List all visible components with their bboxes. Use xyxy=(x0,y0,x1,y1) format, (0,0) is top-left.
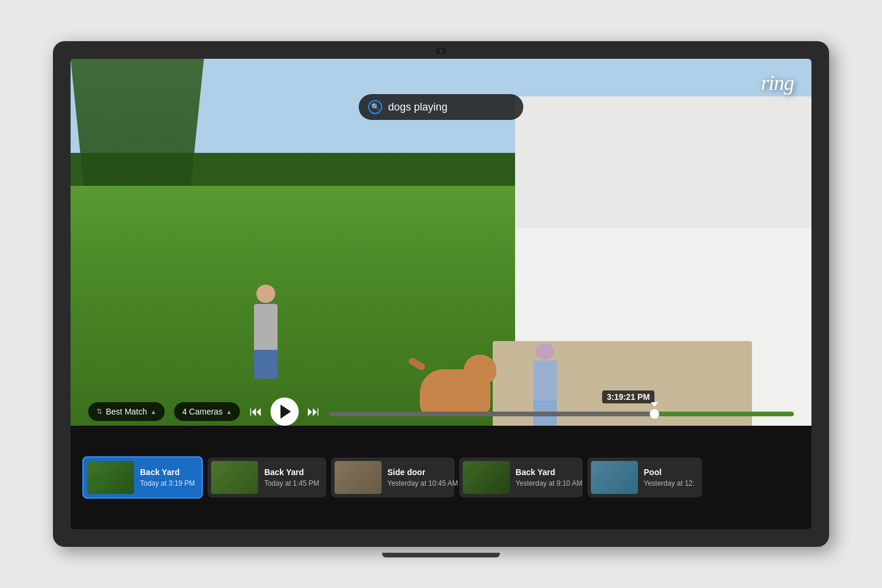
thumb-title-1: Back Yard xyxy=(140,467,195,477)
ring-logo: ring xyxy=(761,71,794,95)
sort-button[interactable]: ⇅ Best Match ▲ xyxy=(88,402,165,421)
person-legs xyxy=(254,350,278,379)
skip-prev-icon: ⏮ xyxy=(249,404,262,419)
sort-label: Best Match xyxy=(106,407,147,416)
thumb-time-1: Today at 3:19 PM xyxy=(140,479,195,487)
thumb-time-2: Today at 1:45 PM xyxy=(264,479,319,487)
cameras-label: 4 Cameras xyxy=(182,407,222,416)
person-body xyxy=(254,304,278,350)
thumb-img-2 xyxy=(211,461,258,494)
timeline-thumb[interactable] xyxy=(650,409,659,419)
thumb-info-4: Back Yard Yesterday at 9:10 AM xyxy=(516,467,583,487)
time-caret xyxy=(651,402,658,407)
person2-head xyxy=(536,343,554,359)
thumb-time-3: Yesterday at 10:45 AM xyxy=(387,479,458,487)
person-left xyxy=(248,285,283,379)
search-icon xyxy=(368,100,382,114)
thumb-info-1: Back Yard Today at 3:19 PM xyxy=(140,467,195,487)
thumb-item-3[interactable]: Side door Yesterday at 10:45 AM xyxy=(331,457,455,497)
timeline-progress xyxy=(329,412,654,416)
thumbnail-strip: Back Yard Today at 3:19 PM Back Yard Tod… xyxy=(71,426,811,529)
thumb-img-4 xyxy=(463,461,510,494)
person2-body xyxy=(533,360,557,400)
thumb-img-1 xyxy=(87,461,134,494)
thumb-img-3 xyxy=(335,461,382,494)
timeline-container[interactable]: 3:19:21 PM xyxy=(329,407,794,416)
timeline-track[interactable] xyxy=(329,412,794,416)
thumb-title-4: Back Yard xyxy=(516,467,583,477)
skip-next-button[interactable]: ⏭ xyxy=(307,404,320,419)
play-icon xyxy=(280,405,291,419)
video-area: ring dogs playing ⇅ Best Match ▲ 4 Camer… xyxy=(71,59,811,529)
sort-chevron: ▲ xyxy=(151,409,156,415)
search-bar[interactable]: dogs playing xyxy=(359,94,523,120)
person-head xyxy=(256,285,275,303)
thumb-info-5: Pool Yesterday at 12: xyxy=(644,467,694,487)
thumb-time-5: Yesterday at 12: xyxy=(644,479,694,487)
tv-frame: ring dogs playing ⇅ Best Match ▲ 4 Camer… xyxy=(53,41,829,547)
time-label: 3:19:21 PM xyxy=(602,390,654,403)
screen: ring dogs playing ⇅ Best Match ▲ 4 Camer… xyxy=(71,59,811,529)
playback-controls: ⏮ ⏭ xyxy=(249,397,320,426)
skip-next-icon: ⏭ xyxy=(307,404,320,419)
thumb-item-2[interactable]: Back Yard Today at 1:45 PM xyxy=(208,457,326,497)
thumb-title-3: Side door xyxy=(387,467,458,477)
thumb-title-5: Pool xyxy=(644,467,694,477)
search-query: dogs playing xyxy=(388,101,447,113)
cameras-button[interactable]: 4 Cameras ▲ xyxy=(174,402,240,421)
thumb-info-2: Back Yard Today at 1:45 PM xyxy=(264,467,319,487)
thumb-info-3: Side door Yesterday at 10:45 AM xyxy=(387,467,458,487)
thumb-img-5 xyxy=(591,461,638,494)
camera-indicator xyxy=(436,48,446,54)
thumb-item-4[interactable]: Back Yard Yesterday at 9:10 AM xyxy=(459,457,583,497)
thumb-item-5[interactable]: Pool Yesterday at 12: xyxy=(587,457,702,497)
cameras-chevron: ▲ xyxy=(226,409,232,415)
play-button[interactable] xyxy=(270,397,299,426)
thumb-item-1[interactable]: Back Yard Today at 3:19 PM xyxy=(82,456,203,499)
sort-icon: ⇅ xyxy=(96,407,102,416)
thumb-title-2: Back Yard xyxy=(264,467,319,477)
dog-head xyxy=(464,355,496,384)
controls-overlay: ⇅ Best Match ▲ 4 Cameras ▲ ⏮ ⏭ xyxy=(71,397,811,426)
thumb-time-4: Yesterday at 9:10 AM xyxy=(516,479,583,487)
skip-prev-button[interactable]: ⏮ xyxy=(249,404,262,419)
